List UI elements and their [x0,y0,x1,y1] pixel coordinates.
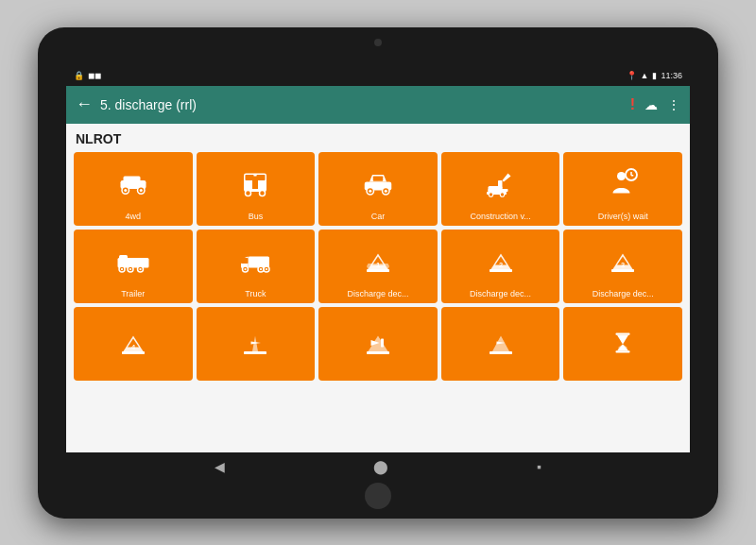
battery-icon: ▮ [652,71,657,80]
grid-item-4wd[interactable]: 4wd [74,152,193,226]
svg-point-5 [140,189,143,192]
4wd-label: 4wd [77,212,189,222]
svg-point-4 [124,189,127,192]
svg-point-15 [369,189,371,192]
play-icon [238,313,272,374]
svg-point-23 [500,192,505,196]
play-small-icon [484,313,518,374]
skip-icon [361,313,395,374]
svg-point-33 [121,267,123,269]
clock: 11:36 [661,71,682,80]
svg-text:3: 3 [621,260,625,268]
drivers-wait-icon [606,158,640,209]
svg-rect-44 [367,269,389,272]
grid-item-discharge3[interactable]: 3 Discharge dec... [563,230,682,303]
section-title: NLROT [74,131,682,146]
discharge4-icon: 4 [116,313,150,374]
nav-back-button[interactable]: ◀ [215,459,225,474]
svg-point-35 [139,267,141,269]
svg-text:1: 1 [376,260,380,268]
status-bar: 🔒 ◼◼ 📍 ▲ ▮ 11:36 [66,65,690,86]
discharge2-label: Discharge dec... [445,289,557,299]
svg-rect-48 [611,269,634,272]
svg-point-10 [260,190,266,196]
grid-item-drivers-wait[interactable]: Driver(s) wait [563,152,682,226]
location-icon: 📍 [627,71,637,80]
discharge1-icon: 1 [361,235,395,286]
lock-icon: 🔒 [74,71,84,80]
alert-icon[interactable]: ! [630,96,635,113]
trailer-label: Trailer [77,289,189,299]
4wd-icon [116,158,150,209]
car-icon [361,158,395,209]
status-bar-right: 📍 ▲ ▮ 11:36 [627,71,682,80]
svg-rect-20 [498,180,503,189]
svg-point-9 [246,190,251,196]
tablet-screen: 🔒 ◼◼ 📍 ▲ ▮ 11:36 ← 5. discharge (rrl) ! … [66,65,690,481]
svg-rect-37 [241,258,249,264]
svg-rect-29 [119,255,128,261]
app-bar: ← 5. discharge (rrl) ! ☁ ⋮ [66,86,690,124]
discharge3-label: Discharge dec... [567,289,679,299]
truck-label: Truck [200,289,312,299]
svg-rect-56 [381,339,384,348]
signal-icon: ◼◼ [88,71,101,80]
bus-label: Bus [200,212,312,222]
svg-rect-52 [244,351,266,354]
svg-rect-60 [616,350,630,352]
svg-point-24 [617,172,626,180]
grid-item-discharge2[interactable]: 2 Discharge dec... [441,230,560,303]
svg-point-43 [266,267,267,269]
grid-item-discharge4[interactable]: 4 [74,307,193,381]
back-button[interactable]: ← [76,94,93,114]
status-bar-left: 🔒 ◼◼ [74,71,101,80]
svg-point-42 [260,267,262,269]
grid-item-play-small[interactable] [441,307,560,381]
app-bar-icons: ! ☁ ⋮ [630,96,680,113]
grid-item-discharge1[interactable]: 1 Discharge dec... [318,230,438,303]
grid-item-trailer[interactable]: Trailer [74,230,193,303]
construction-label: Construction v... [445,212,557,222]
cloud-icon[interactable]: ☁ [644,97,658,112]
tablet-device: 🔒 ◼◼ 📍 ▲ ▮ 11:36 ← 5. discharge (rrl) ! … [38,27,718,519]
tablet-camera [374,39,382,46]
discharge2-icon: 2 [484,235,518,286]
grid-item-play[interactable] [197,307,316,381]
svg-point-16 [385,189,387,192]
svg-rect-57 [490,351,512,354]
discharge1-label: Discharge dec... [322,289,434,299]
svg-rect-54 [367,351,389,354]
grid-item-hourglass[interactable] [563,307,682,381]
bus-icon [238,158,272,209]
grid-item-bus[interactable]: Bus [197,152,316,226]
vehicle-grid: 4wd Bus [74,152,682,381]
nav-recent-button[interactable]: ▪ [537,459,541,474]
app-bar-title: 5. discharge (rrl) [100,97,623,112]
svg-rect-59 [616,333,630,335]
svg-rect-1 [123,176,140,183]
svg-point-22 [489,192,493,196]
svg-rect-17 [373,176,384,180]
svg-rect-50 [122,351,145,354]
nav-home-button[interactable]: ⬤ [373,459,388,474]
content-area: NLROT 4wd [66,124,690,452]
grid-item-truck[interactable]: Truck [197,230,316,303]
grid-item-skip[interactable] [318,307,438,381]
svg-point-41 [245,267,247,269]
truck-icon [238,235,272,286]
svg-text:2: 2 [499,260,503,268]
grid-item-car[interactable]: Car [318,152,438,226]
more-icon[interactable]: ⋮ [667,97,680,112]
nav-bar: ◀ ⬤ ▪ [66,452,690,481]
tablet-home-button[interactable] [365,483,391,509]
svg-point-34 [129,267,131,269]
svg-rect-46 [490,269,512,272]
construction-icon [484,158,518,209]
svg-rect-11 [252,176,258,189]
discharge3-icon: 3 [606,235,640,286]
car-label: Car [322,212,434,222]
grid-item-construction[interactable]: Construction v... [441,152,560,226]
svg-rect-19 [488,189,507,192]
trailer-icon [116,235,150,286]
drivers-wait-label: Driver(s) wait [567,212,679,222]
